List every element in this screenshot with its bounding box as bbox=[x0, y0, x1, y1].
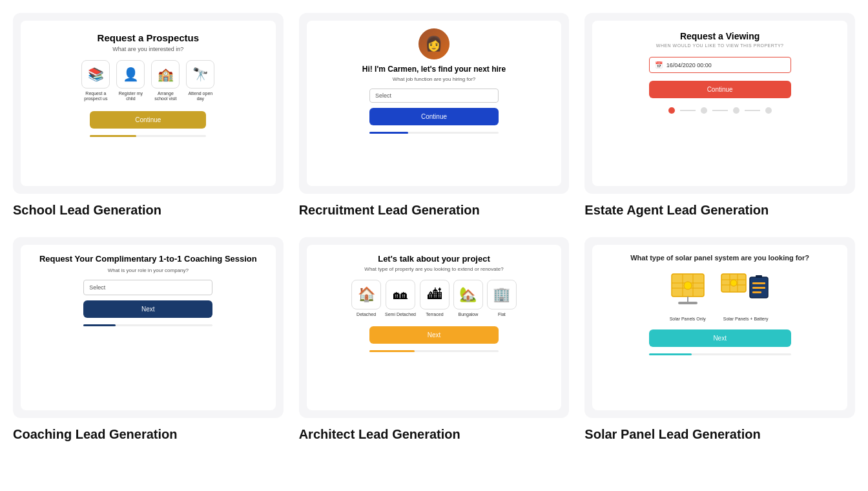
coaching-next-button[interactable]: Next bbox=[83, 300, 212, 318]
coaching-card-title: Coaching Lead Generation bbox=[13, 427, 284, 442]
school-preview-title: Request a Prospectus bbox=[98, 32, 200, 43]
arch-icon-detached[interactable]: 🏠 Detached bbox=[351, 280, 381, 317]
solar-preview-card: What type of solar panel system are you … bbox=[584, 237, 855, 418]
coaching-select[interactable]: Select bbox=[83, 280, 212, 295]
school-icon-label-1: Request a prospect us bbox=[81, 91, 110, 102]
architect-preview-card: Let's talk about your project What type … bbox=[299, 237, 570, 418]
school-progress-bar bbox=[90, 135, 206, 137]
recruitment-continue-button[interactable]: Continue bbox=[369, 108, 499, 125]
estate-dot-1 bbox=[668, 107, 675, 114]
flat-icon: 🏢 bbox=[487, 280, 517, 309]
arch-icon-flat[interactable]: 🏢 Flat bbox=[487, 280, 517, 317]
semi-detached-icon: 🏘 bbox=[386, 280, 415, 309]
arch-icon-terraced[interactable]: 🏙 Terraced bbox=[420, 280, 450, 317]
coaching-progress-fill bbox=[83, 324, 116, 326]
school-icon-2[interactable]: 👤 Register my child bbox=[116, 60, 145, 102]
recruitment-card-wrapper: 👩 Hi! I'm Carmen, let's find your next h… bbox=[299, 13, 570, 218]
arch-icon-label-2: Semi Detached bbox=[385, 312, 416, 317]
arch-icon-label-4: Bungalow bbox=[459, 312, 479, 317]
estate-dot-3 bbox=[733, 107, 739, 114]
architect-next-button[interactable]: Next bbox=[369, 326, 499, 344]
solar-next-button[interactable]: Next bbox=[649, 329, 791, 347]
estate-dot-2 bbox=[701, 107, 707, 114]
telescope-icon: 🔭 bbox=[186, 60, 214, 89]
solar-card-wrapper: What type of solar panel system are you … bbox=[584, 237, 855, 442]
solar-preview-title: What type of solar panel system are you … bbox=[630, 254, 809, 262]
estate-preview-card: Request a Viewing WHEN WOULD YOU LIKE TO… bbox=[584, 13, 855, 194]
solar-icon-group: Solar Panels Only bbox=[668, 271, 772, 322]
school-icon-label-4: Attend open day bbox=[186, 91, 214, 102]
school-icon-label-3: Arrange school visit bbox=[151, 91, 180, 102]
calendar-icon: 📅 bbox=[655, 61, 663, 68]
estate-line-2 bbox=[712, 110, 728, 111]
solar-panels-battery[interactable]: Solar Panels + Battery bbox=[720, 271, 772, 322]
school-icon-3[interactable]: 🏫 Arrange school visit bbox=[151, 60, 180, 102]
svg-rect-16 bbox=[752, 282, 765, 284]
estate-step-dots bbox=[668, 107, 772, 114]
arch-icon-label-3: Terraced bbox=[426, 312, 443, 317]
arch-icon-bungalow[interactable]: 🏡 Bungalow bbox=[453, 280, 483, 317]
recruitment-heading: Hi! I'm Carmen, let's find your next hir… bbox=[362, 65, 506, 74]
estate-preview-title: Request a Viewing bbox=[680, 31, 760, 41]
recruitment-progress-bar bbox=[369, 132, 499, 134]
recruitment-preview-card: 👩 Hi! I'm Carmen, let's find your next h… bbox=[299, 13, 570, 194]
coaching-preview-card: Request Your Complimentary 1-to-1 Coachi… bbox=[13, 237, 284, 418]
coaching-progress-bar bbox=[83, 324, 212, 326]
arch-icon-semi[interactable]: 🏘 Semi Detached bbox=[385, 280, 416, 317]
estate-dot-4 bbox=[765, 107, 772, 114]
solar-battery-label: Solar Panels + Battery bbox=[723, 316, 769, 322]
coaching-select-placeholder: Select bbox=[89, 284, 105, 291]
recruitment-select[interactable]: Select bbox=[369, 89, 499, 103]
estate-line-1 bbox=[680, 110, 696, 111]
avatar-image: 👩 bbox=[418, 28, 450, 59]
svg-rect-17 bbox=[752, 287, 765, 289]
estate-card-wrapper: Request a Viewing WHEN WOULD YOU LIKE TO… bbox=[584, 13, 855, 218]
estate-date-input[interactable]: 📅 16/04/2020 00:00 bbox=[649, 57, 791, 73]
solar-panel-icon bbox=[668, 271, 707, 312]
terraced-icon: 🏙 bbox=[420, 280, 450, 309]
svg-rect-18 bbox=[752, 291, 761, 293]
recruitment-progress-fill bbox=[369, 132, 408, 134]
person-icon: 👤 bbox=[116, 60, 145, 89]
coaching-preview-title: Request Your Complimentary 1-to-1 Coachi… bbox=[39, 254, 257, 265]
architect-progress-bar bbox=[369, 350, 499, 352]
school-icon-group: 📚 Request a prospect us 👤 Register my ch… bbox=[81, 60, 214, 102]
estate-preview-subtitle: WHEN WOULD YOU LIKE TO VIEW THIS PROPERT… bbox=[656, 43, 784, 48]
arch-icon-label-1: Detached bbox=[356, 312, 376, 317]
recruitment-card-title: Recruitment Lead Generation bbox=[299, 203, 570, 218]
solar-panels-only-label: Solar Panels Only bbox=[670, 316, 706, 322]
school-icon-1[interactable]: 📚 Request a prospect us bbox=[81, 60, 110, 102]
school-icon-label-2: Register my child bbox=[116, 91, 145, 102]
architect-card-wrapper: Let's talk about your project What type … bbox=[299, 237, 570, 442]
detached-house-icon: 🏠 bbox=[351, 280, 381, 309]
architect-card-title: Architect Lead Generation bbox=[299, 427, 570, 442]
school-card-wrapper: Request a Prospectus What are you intere… bbox=[13, 13, 284, 218]
school-icon: 🏫 bbox=[151, 60, 180, 89]
bungalow-icon: 🏡 bbox=[453, 280, 483, 309]
svg-rect-7 bbox=[678, 302, 698, 304]
architect-icon-group: 🏠 Detached 🏘 Semi Detached 🏙 Terraced 🏡 … bbox=[351, 280, 517, 317]
solar-battery-icon bbox=[720, 271, 772, 312]
recruitment-subtitle: What job function are you hiring for? bbox=[393, 76, 476, 82]
school-preview-card: Request a Prospectus What are you intere… bbox=[13, 13, 284, 194]
svg-point-13 bbox=[730, 280, 737, 286]
coaching-preview-subtitle: What is your role in your company? bbox=[108, 267, 189, 273]
school-progress-fill bbox=[90, 135, 136, 137]
solar-progress-bar bbox=[649, 353, 791, 355]
school-preview-subtitle: What are you interested in? bbox=[112, 46, 183, 52]
card-grid: Request a Prospectus What are you intere… bbox=[13, 13, 855, 442]
school-icon-4[interactable]: 🔭 Attend open day bbox=[186, 60, 214, 102]
architect-preview-subtitle: What type of property are you looking to… bbox=[364, 266, 503, 272]
estate-line-3 bbox=[745, 110, 760, 111]
coaching-card-wrapper: Request Your Complimentary 1-to-1 Coachi… bbox=[13, 237, 284, 442]
svg-rect-15 bbox=[756, 275, 762, 278]
recruitment-select-placeholder: Select bbox=[375, 92, 391, 99]
school-continue-button[interactable]: Continue bbox=[90, 111, 206, 129]
svg-point-5 bbox=[684, 282, 692, 289]
architect-preview-title: Let's talk about your project bbox=[378, 254, 490, 264]
estate-date-value: 16/04/2020 00:00 bbox=[666, 62, 712, 68]
estate-continue-button[interactable]: Continue bbox=[649, 81, 791, 98]
book-icon: 📚 bbox=[81, 60, 110, 89]
solar-progress-fill bbox=[649, 353, 692, 355]
solar-panels-only[interactable]: Solar Panels Only bbox=[668, 271, 707, 322]
